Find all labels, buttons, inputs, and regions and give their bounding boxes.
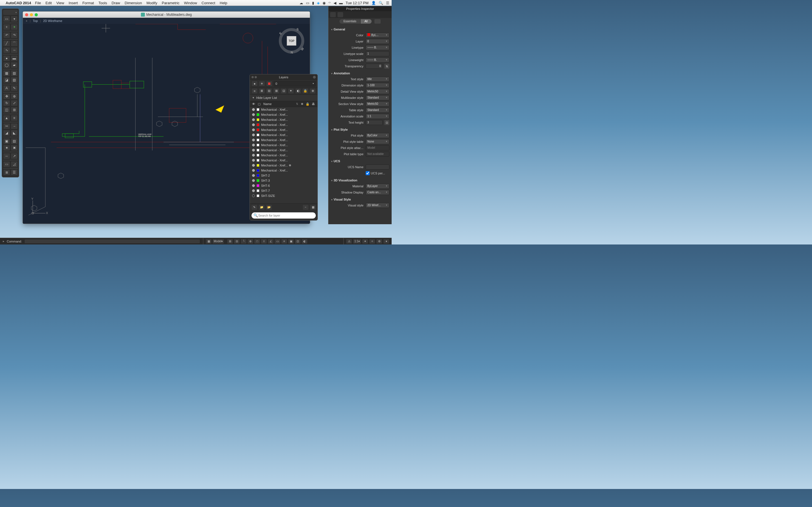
layers-footer-view[interactable]: ▦ (310, 205, 316, 210)
layers-footer-open[interactable]: 📁 (259, 205, 264, 210)
props-section-visual[interactable]: Visual Style (331, 196, 389, 202)
status-disc-icon[interactable]: ◉ (322, 1, 326, 5)
prop-table-value[interactable]: Standard▼ (366, 108, 389, 113)
tool-layer[interactable]: ≣ (3, 169, 10, 175)
layers-filter-9[interactable]: ⊕ (310, 88, 316, 94)
prop-transparency-value[interactable]: 0 (366, 64, 383, 69)
tool-boundary[interactable]: ▧ (11, 77, 18, 83)
status-3dosnap[interactable]: ◊ (261, 239, 267, 244)
prop-plotstyle-value[interactable]: ByColor▼ (366, 133, 389, 138)
layer-row[interactable]: SHT-2 (250, 173, 317, 178)
layers-footer-filter[interactable]: ✎ (252, 205, 257, 210)
menu-draw[interactable]: Draw (112, 1, 120, 5)
status-grid[interactable]: ⊟ (234, 239, 240, 244)
tool-open[interactable]: ✦ (11, 24, 18, 30)
layers-filter-3[interactable]: ⊟ (266, 88, 272, 94)
props-section-ucs[interactable]: UCS (331, 158, 389, 164)
layer-visibility-icon[interactable] (252, 174, 255, 177)
status-menu-icon[interactable]: ☰ (386, 1, 389, 5)
tool-move[interactable]: ✥ (3, 93, 10, 100)
layer-visibility-icon[interactable] (252, 113, 255, 116)
layers-current-dropdown[interactable]: 0▾ (273, 81, 316, 86)
tool-erase[interactable]: ✖ (11, 145, 18, 151)
layer-color-swatch[interactable] (257, 133, 259, 136)
layer-row[interactable]: Mechanical - Xref... (250, 127, 317, 132)
tool-offset[interactable]: ≡ (11, 115, 18, 121)
tool-ellipse[interactable]: ◯ (3, 62, 10, 68)
layers-col-freeze-icon[interactable]: ❄ (300, 102, 304, 106)
layer-row[interactable]: SHT-3 (250, 178, 317, 183)
layers-filter-1[interactable]: ≡ (252, 88, 258, 94)
tool-block[interactable]: ▣ (3, 138, 10, 144)
tool-text[interactable]: A (3, 85, 10, 91)
status-ws[interactable]: ⚙ (376, 239, 382, 244)
layers-footer-save[interactable]: 📂 (266, 205, 272, 210)
layer-row[interactable]: SHT-SIZE (250, 193, 317, 198)
layer-visibility-icon[interactable] (252, 164, 255, 167)
tool-distance[interactable]: ◿ (11, 161, 18, 167)
layer-visibility-icon[interactable] (252, 184, 255, 187)
layer-color-swatch[interactable] (257, 169, 259, 172)
viewport-view-label[interactable]: Top (33, 19, 38, 22)
status-cloud-icon[interactable]: ☁ (299, 1, 303, 5)
prop-ltscale-value[interactable]: 1 (366, 51, 389, 56)
layers-filter-8[interactable]: 🔒 (302, 88, 308, 94)
tool-mtext[interactable]: ✎ (11, 85, 18, 91)
tool-workspace[interactable]: ▭ (3, 16, 10, 22)
viewcube-face[interactable]: TOP (287, 36, 296, 46)
layer-row[interactable]: Mechanical - Xref... (250, 122, 317, 127)
tool-line[interactable]: ╱ (3, 40, 10, 47)
status-battery-icon[interactable]: ▬ (339, 1, 343, 5)
layer-color-swatch[interactable] (257, 154, 259, 157)
props-tab-icon-2[interactable] (338, 12, 343, 17)
tool-array[interactable]: ⊞ (11, 107, 18, 113)
tool-chamfer[interactable]: ◣ (11, 130, 18, 136)
tool-polyline[interactable]: ∿ (3, 47, 10, 53)
layers-footer-minus[interactable]: − (303, 205, 308, 210)
layer-color-swatch[interactable] (257, 108, 259, 111)
layer-color-swatch[interactable] (257, 113, 259, 116)
viewport-plus-icon[interactable]: + (26, 19, 28, 22)
status-annoauto[interactable]: ✦ (362, 239, 368, 244)
layer-color-swatch[interactable] (257, 144, 259, 147)
tool-region[interactable]: ◪ (3, 77, 10, 83)
status-model-icon[interactable]: ▦ (206, 239, 212, 244)
layer-visibility-icon[interactable] (252, 138, 255, 142)
layer-row[interactable]: SHT-7 (250, 188, 317, 193)
layer-row[interactable]: Mechanical - Xref... (250, 137, 317, 143)
tool-gradient[interactable]: ▨ (11, 70, 18, 76)
tool-insert[interactable]: ▤ (11, 138, 18, 144)
minimize-button[interactable] (30, 13, 33, 16)
tool-measure[interactable]: ▭ (3, 161, 10, 167)
status-model-dropdown[interactable]: Model ▾ (212, 239, 224, 244)
tool-rotate[interactable]: ↻ (3, 100, 10, 106)
tool-trim[interactable]: ✂ (3, 123, 10, 129)
tool-scale[interactable]: ⤢ (11, 100, 18, 106)
prop-ucsname-value[interactable] (366, 165, 389, 170)
layer-color-swatch[interactable] (257, 149, 259, 152)
menu-file[interactable]: File (35, 1, 41, 5)
layer-color-swatch[interactable] (257, 128, 259, 131)
menu-insert[interactable]: Insert (69, 1, 78, 5)
layer-row[interactable]: Mechanical - Xref... (250, 143, 317, 148)
status-osnap[interactable]: □ (254, 239, 260, 244)
tool-mirror[interactable]: ▲ (3, 115, 10, 121)
palette-header[interactable]: ▾ (3, 10, 18, 15)
layer-color-swatch[interactable] (257, 194, 259, 197)
layer-color-swatch[interactable] (257, 164, 259, 167)
prop-plottable-value[interactable]: None▼ (366, 139, 389, 144)
prop-textheight-button[interactable]: ⊡ (384, 120, 389, 125)
prop-transparency-stepper[interactable]: ⇅ (384, 64, 389, 69)
tool-dropdown[interactable]: ▾ (11, 16, 18, 22)
props-section-annotation[interactable]: Annotation (331, 70, 389, 76)
layer-visibility-icon[interactable] (252, 123, 255, 126)
prop-textstyle-value[interactable]: title▼ (366, 76, 389, 82)
status-hw[interactable]: ▾ (383, 239, 389, 244)
prop-dimstyle-value[interactable]: 1-100▼ (366, 83, 389, 88)
layers-expand-icon[interactable] (313, 76, 316, 78)
layer-row[interactable]: Mechanical - Xref... (250, 112, 317, 117)
status-dyn[interactable]: ▭ (274, 239, 281, 244)
layers-list[interactable]: Mechanical - Xref...Mechanical - Xref...… (250, 107, 317, 203)
status-search-icon[interactable]: 🔍 (378, 1, 383, 5)
tool-explode[interactable]: ✷ (3, 145, 10, 151)
